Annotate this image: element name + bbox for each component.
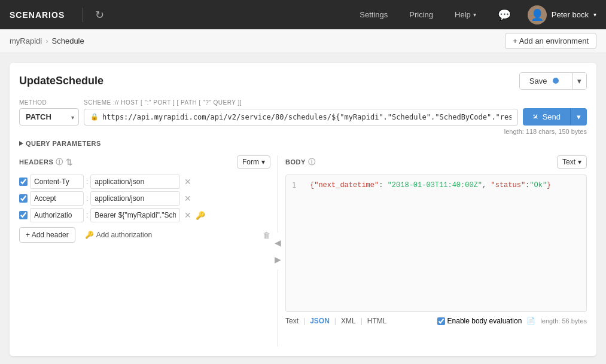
json-key-next: "next_datetime" — [314, 181, 379, 189]
url-meta: length: 118 chars, 150 bytes — [19, 128, 587, 135]
header-3-sep: : — [86, 211, 88, 219]
body-panel-header: BODY ⓘ Text ▾ — [285, 155, 587, 169]
body-eval-label: Enable body evaluation — [447, 317, 522, 325]
card-header: UpdateSchedule Save ▾ — [19, 72, 587, 90]
header-row-1: : ✕ — [19, 175, 270, 189]
json-val-next: "2018-01-03T11:40:00Z" — [388, 181, 482, 189]
labels-row: METHOD SCHEME :// HOST [ ":" PORT ] [ PA… — [19, 99, 587, 106]
url-input-wrap: 🔒 — [84, 109, 518, 126]
line-number: 1 — [292, 181, 296, 189]
format-html-link[interactable]: HTML — [367, 317, 387, 325]
add-authorization-button[interactable]: 🔑 Add authorization — [85, 231, 152, 239]
url-input[interactable] — [102, 113, 511, 121]
json-close-brace: } — [547, 181, 551, 189]
body-info-icon[interactable]: ⓘ — [308, 157, 316, 167]
body-footer: Text | JSON | XML | HTML Enable body eva… — [285, 317, 587, 325]
header-2-key[interactable] — [30, 191, 84, 206]
query-params-toggle[interactable]: QUERY PARAMETERS — [19, 139, 587, 148]
send-button[interactable]: ✈ Send — [523, 108, 571, 126]
body-panel: BODY ⓘ Text ▾ 1 {"next_datetime": "2018-… — [285, 155, 587, 347]
header-1-remove-button[interactable]: ✕ — [182, 177, 193, 186]
headers-panel: HEADERS ⓘ ⇅ Form ▾ : — [19, 155, 270, 347]
body-size-icon: 📄 — [526, 317, 535, 325]
header-3-value[interactable] — [90, 208, 180, 222]
help-chevron-icon: ▾ — [473, 11, 476, 18]
method-select-wrap: PATCH GET POST PUT DELETE ▾ — [19, 108, 79, 126]
method-select[interactable]: PATCH GET POST PUT DELETE — [19, 108, 79, 126]
format-json-link[interactable]: JSON — [310, 317, 330, 325]
nav-refresh-icon[interactable]: ↻ — [95, 8, 104, 22]
panel-right-arrow[interactable]: ▶ — [273, 253, 283, 266]
add-buttons-row: + Add header 🔑 Add authorization 🗑 — [19, 227, 270, 243]
body-title: BODY ⓘ — [285, 157, 315, 167]
main-content: UpdateSchedule Save ▾ METHOD SCHEME :// … — [0, 53, 606, 364]
format-text-link[interactable]: Text — [285, 317, 299, 325]
query-params-expand-icon — [19, 141, 23, 146]
form-chevron-icon: ▾ — [261, 158, 265, 166]
header-2-checkbox[interactable] — [19, 194, 28, 203]
divider-line-top — [278, 155, 278, 233]
headers-info-icon[interactable]: ⓘ — [56, 157, 63, 167]
request-row: PATCH GET POST PUT DELETE ▾ 🔒 ✈ Send ▾ — [19, 108, 587, 126]
nav-pricing-btn[interactable]: Pricing — [404, 8, 438, 22]
format-xml-link[interactable]: XML — [341, 317, 356, 325]
header-1-key[interactable] — [30, 175, 84, 189]
send-button-group: ✈ Send ▾ — [523, 108, 587, 126]
body-editor[interactable]: 1 {"next_datetime": "2018-01-03T11:40:00… — [285, 175, 587, 312]
header-3-key[interactable] — [30, 208, 84, 222]
nav-logo: SCENARIOS — [10, 10, 65, 20]
panel-divider: ◀ ▶ — [270, 155, 285, 347]
user-name: Peter bock — [552, 10, 589, 19]
add-header-button[interactable]: + Add header — [19, 227, 75, 243]
header-2-sep: : — [86, 194, 88, 203]
add-environment-button[interactable]: + Add an environment — [505, 33, 596, 49]
breadcrumb-root[interactable]: myRapidi — [10, 36, 42, 45]
method-label: METHOD — [19, 99, 79, 106]
panels-row: HEADERS ⓘ ⇅ Form ▾ : — [19, 155, 587, 347]
nav-chat-btn[interactable]: 💬 — [493, 6, 516, 24]
divider-line-bottom — [278, 270, 278, 347]
header-1-checkbox[interactable] — [19, 178, 28, 186]
header-row-3: : ✕ 🔑 — [19, 208, 270, 222]
header-1-value[interactable] — [90, 175, 180, 189]
json-comma: , — [482, 181, 491, 189]
save-dropdown-button[interactable]: ▾ — [572, 73, 586, 89]
header-2-remove-button[interactable]: ✕ — [182, 194, 193, 203]
page-title: UpdateSchedule — [19, 75, 103, 87]
save-dot — [553, 78, 559, 84]
breadcrumb-current: Schedule — [52, 36, 84, 45]
nav-settings-btn[interactable]: Settings — [355, 8, 392, 22]
send-dropdown-button[interactable]: ▾ — [571, 108, 587, 126]
body-content[interactable]: {"next_datetime": "2018-01-03T11:40:00Z"… — [310, 181, 580, 189]
body-controls: Text ▾ — [557, 155, 587, 169]
header-1-sep: : — [86, 178, 88, 186]
avatar: 👤 — [528, 5, 547, 25]
json-val-status: "Ok" — [529, 181, 547, 189]
header-3-key-icon[interactable]: 🔑 — [196, 211, 205, 220]
help-label: Help — [455, 10, 471, 19]
headers-panel-header: HEADERS ⓘ ⇅ Form ▾ — [19, 155, 270, 169]
header-row-2: : ✕ — [19, 191, 270, 206]
text-chevron-icon: ▾ — [578, 158, 581, 166]
panel-left-arrow[interactable]: ◀ — [273, 236, 283, 249]
headers-form-dropdown[interactable]: Form ▾ — [237, 155, 270, 169]
delete-headers-icon[interactable]: 🗑 — [263, 231, 270, 240]
json-colon-1: : — [379, 181, 387, 189]
send-icon: ✈ — [530, 111, 541, 122]
query-params-row: QUERY PARAMETERS — [19, 139, 587, 148]
body-eval-checkbox[interactable] — [437, 317, 445, 325]
header-3-remove-button[interactable]: ✕ — [182, 210, 193, 220]
breadcrumb-bar: myRapidi › Schedule + Add an environment — [0, 29, 606, 53]
nav-user[interactable]: 👤 Peter bock ▾ — [528, 5, 596, 25]
header-3-checkbox[interactable] — [19, 211, 28, 219]
headers-title: HEADERS ⓘ ⇅ — [19, 157, 72, 167]
save-dropdown-icon: ▾ — [577, 77, 581, 85]
body-text-dropdown[interactable]: Text ▾ — [557, 155, 587, 169]
save-button[interactable]: Save — [520, 73, 572, 89]
headers-sort-icon[interactable]: ⇅ — [66, 158, 73, 167]
request-card: UpdateSchedule Save ▾ METHOD SCHEME :// … — [10, 63, 596, 356]
nav-help-btn[interactable]: Help ▾ — [450, 8, 481, 22]
top-nav: SCENARIOS ↻ Settings Pricing Help ▾ 💬 👤 … — [0, 0, 606, 29]
scheme-label: SCHEME :// HOST [ ":" PORT ] [ PATH [ "?… — [84, 99, 242, 106]
header-2-value[interactable] — [90, 191, 180, 206]
